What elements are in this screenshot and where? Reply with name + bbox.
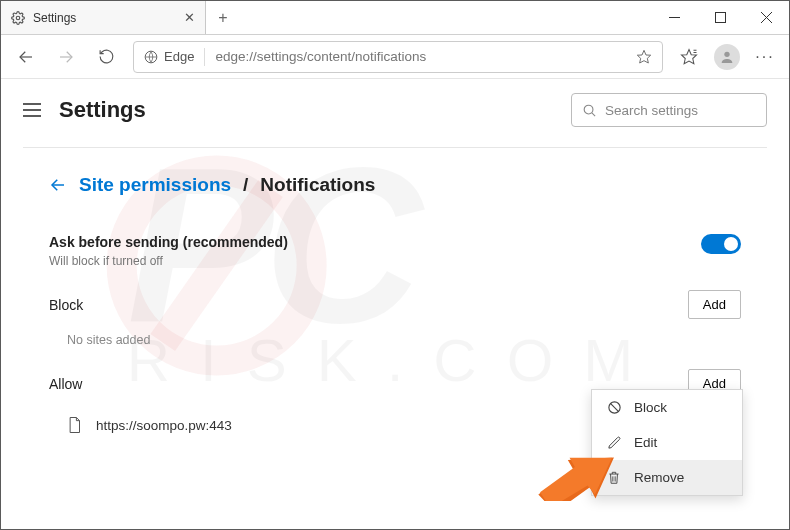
svg-marker-9	[682, 49, 697, 63]
settings-search-input[interactable]: Search settings	[571, 93, 767, 127]
profile-button[interactable]	[709, 44, 745, 70]
browser-label: Edge	[164, 49, 194, 64]
nav-refresh-button[interactable]	[87, 38, 125, 76]
menu-item-block[interactable]: Block	[592, 390, 742, 425]
breadcrumb: Site permissions / Notifications	[49, 174, 741, 196]
page-icon	[67, 416, 82, 434]
breadcrumb-separator: /	[243, 174, 248, 196]
trash-icon	[606, 470, 622, 485]
svg-point-16	[584, 105, 593, 114]
search-placeholder: Search settings	[605, 103, 698, 118]
site-identity: Edge	[144, 49, 194, 64]
svg-point-0	[16, 16, 20, 20]
ask-title: Ask before sending (recommended)	[49, 234, 288, 250]
window-close-button[interactable]	[743, 1, 789, 34]
url-text: edge://settings/content/notifications	[215, 49, 626, 64]
ask-before-sending-row: Ask before sending (recommended) Will bl…	[49, 228, 741, 282]
gear-icon	[11, 11, 25, 25]
window-controls	[651, 1, 789, 34]
svg-point-12	[724, 51, 729, 56]
page-header: Settings Search settings	[1, 79, 789, 147]
menu-item-label: Block	[634, 400, 667, 415]
block-title: Block	[49, 297, 83, 313]
tab-close-icon[interactable]: ✕	[184, 10, 195, 25]
edge-logo-icon	[144, 50, 158, 64]
window-maximize-button[interactable]	[697, 1, 743, 34]
svg-rect-2	[715, 13, 725, 23]
svg-line-20	[610, 403, 618, 411]
ask-toggle[interactable]	[701, 234, 741, 254]
menu-item-remove[interactable]: Remove	[592, 460, 742, 495]
block-empty-text: No sites added	[49, 319, 741, 365]
breadcrumb-link[interactable]: Site permissions	[79, 174, 231, 196]
tab-title: Settings	[33, 11, 176, 25]
avatar-icon	[714, 44, 740, 70]
breadcrumb-back-icon[interactable]	[49, 176, 67, 194]
menu-item-edit[interactable]: Edit	[592, 425, 742, 460]
site-context-menu: Block Edit Remove	[591, 389, 743, 496]
address-bar: Edge edge://settings/content/notificatio…	[1, 35, 789, 79]
block-add-button[interactable]: Add	[688, 290, 741, 319]
svg-line-17	[592, 112, 595, 115]
separator	[204, 48, 205, 66]
favorites-bar-icon[interactable]	[671, 48, 707, 66]
nav-back-button[interactable]	[7, 38, 45, 76]
block-section-header: Block Add	[49, 290, 741, 319]
breadcrumb-current: Notifications	[260, 174, 375, 196]
svg-marker-8	[637, 50, 650, 63]
favorite-icon[interactable]	[636, 49, 652, 65]
allow-title: Allow	[49, 376, 82, 392]
app-menu-button[interactable]: ···	[747, 48, 783, 66]
edit-icon	[606, 435, 622, 450]
browser-tab[interactable]: Settings ✕	[1, 1, 206, 34]
menu-item-label: Edit	[634, 435, 657, 450]
window-titlebar: Settings ✕ +	[1, 1, 789, 35]
page-title: Settings	[59, 97, 146, 123]
menu-item-label: Remove	[634, 470, 684, 485]
window-minimize-button[interactable]	[651, 1, 697, 34]
search-icon	[582, 103, 597, 118]
address-input[interactable]: Edge edge://settings/content/notificatio…	[133, 41, 663, 73]
block-icon	[606, 400, 622, 415]
allow-site-url: https://soompo.pw:443	[96, 418, 232, 433]
nav-forward-button[interactable]	[47, 38, 85, 76]
menu-icon[interactable]	[23, 103, 41, 117]
new-tab-button[interactable]: +	[206, 1, 240, 34]
ask-subtitle: Will block if turned off	[49, 254, 288, 268]
